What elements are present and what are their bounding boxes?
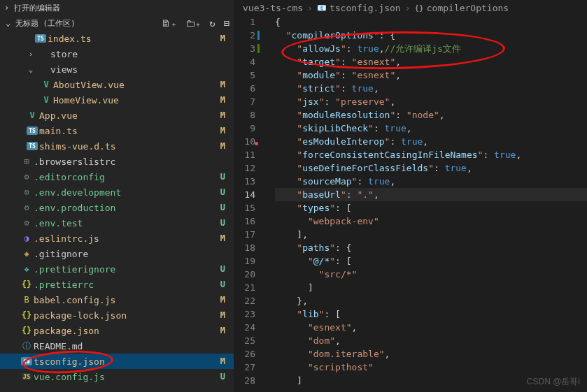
file-label: views [50, 64, 225, 75]
code-line[interactable]: "paths": { [275, 241, 587, 254]
git-status-badge: U [213, 187, 225, 197]
tree-file[interactable]: ⚙.env.developmentU [0, 184, 234, 200]
code-content[interactable]: { "compilerOptions": { "allowJs": true,/… [268, 15, 587, 392]
file-label: index.ts [48, 34, 213, 44]
chevron-right-icon: › [25, 50, 36, 59]
tree-file[interactable]: ⚙.env.testU [0, 215, 234, 231]
tree-file[interactable]: TSmain.tsM [0, 123, 234, 138]
code-line[interactable]: }, [275, 294, 587, 307]
tree-file[interactable]: ⚙.editorconfigU [0, 169, 234, 184]
git-status-badge: U [213, 280, 225, 289]
tree-file[interactable]: ◈.gitignore [0, 246, 234, 261]
code-line[interactable]: "skipLibCheck": true, [275, 122, 587, 135]
line-number: 12 [234, 161, 255, 175]
git-status-badge: U [213, 203, 225, 212]
line-number: 17 [234, 228, 255, 241]
code-line[interactable]: "jsx": "preserve", [275, 95, 587, 108]
collapse-icon[interactable]: ⊟ [224, 17, 229, 29]
git-status-badge: M [213, 141, 225, 151]
code-line[interactable]: "module": "esnext", [275, 68, 587, 82]
breadcrumb[interactable]: vue3-ts-cms › 📧 tsconfig.json › {} compi… [234, 0, 587, 15]
tree-file[interactable]: VHomeView.vueM [0, 92, 234, 108]
git-status-badge: U [213, 264, 225, 274]
file-label: babel.config.js [34, 295, 213, 305]
tree-file[interactable]: VAboutView.vueM [0, 77, 234, 92]
breadcrumb-file[interactable]: tsconfig.json [330, 3, 401, 13]
git-status-badge: M [213, 34, 225, 43]
file-label: package.json [34, 326, 213, 336]
tree-file[interactable]: {}package.jsonM [0, 323, 234, 338]
code-editor[interactable]: 1234567891011121314151617181920212223242… [234, 15, 587, 392]
breadcrumb-project[interactable]: vue3-ts-cms [243, 3, 303, 13]
git-status-badge: M [213, 310, 225, 320]
new-folder-icon[interactable]: 🗀₊ [185, 17, 201, 29]
file-label: .gitignore [34, 249, 225, 259]
tree-file[interactable]: {}.prettierrcU [0, 277, 234, 292]
code-line[interactable]: { [275, 15, 587, 29]
file-label: HomeView.vue [53, 95, 213, 106]
code-line[interactable]: "@/*": [ [275, 254, 587, 268]
code-line[interactable]: "dom", [275, 334, 587, 347]
file-label: shims-vue.d.ts [39, 141, 213, 152]
tree-file[interactable]: TSindex.tsM [0, 31, 234, 46]
tree-file[interactable]: ⚙.env.productionU [0, 200, 234, 215]
code-line[interactable]: "moduleResolution": "node", [275, 108, 587, 122]
workspace-header[interactable]: ⌄ 无标题 (工作区) 🗎₊ 🗀₊ ↻ ⊟ [0, 15, 234, 31]
new-file-icon[interactable]: 🗎₊ [161, 17, 176, 29]
code-line[interactable]: "src/*" [275, 268, 587, 281]
line-number: 18 [234, 241, 255, 254]
code-line[interactable]: "strict": true, [275, 82, 587, 95]
json-icon: {} [20, 310, 34, 320]
code-line[interactable]: "lib": [ [275, 307, 587, 321]
code-line[interactable]: "compilerOptions": { [275, 29, 587, 42]
line-number: 28 [234, 374, 255, 387]
open-editors-header[interactable]: › 打开的编辑器 [0, 0, 234, 15]
git-status-badge: U [213, 218, 225, 228]
refresh-icon[interactable]: ↻ [209, 17, 215, 29]
git-status-badge: U [213, 172, 225, 182]
line-number: 5 [234, 68, 255, 82]
tree-file[interactable]: ◑.eslintrc.jsM [0, 231, 234, 246]
code-line[interactable]: "types": [ [275, 201, 587, 215]
line-number: 13 [234, 175, 255, 188]
tree-file[interactable]: Bbabel.config.jsM [0, 292, 234, 307]
tree-folder[interactable]: ⌄views [0, 61, 234, 77]
ts-icon: TS [25, 126, 39, 135]
line-number: 10 [234, 135, 255, 148]
tree-folder[interactable]: ›store [0, 46, 234, 61]
tree-file[interactable]: 📧tsconfig.jsonM [0, 354, 234, 369]
code-line[interactable]: "baseUrl": ".", [275, 188, 587, 201]
code-line[interactable]: "allowJs": true,//允许编译js文件 [275, 42, 587, 55]
code-line[interactable]: "scripthost" [275, 361, 587, 374]
chevron-down-icon: ⌄ [6, 18, 15, 28]
tree-file[interactable]: ⓘREADME.md [0, 338, 234, 354]
breadcrumb-symbol[interactable]: compilerOptions [427, 3, 509, 13]
babel-icon: B [20, 295, 34, 305]
ts-icon: TS [34, 34, 48, 43]
code-line[interactable]: ], [275, 228, 587, 241]
code-line[interactable]: "target": "esnext", [275, 55, 587, 68]
file-label: App.vue [39, 110, 213, 121]
code-line[interactable]: "esModuleInterop": true, [275, 135, 587, 148]
code-line[interactable]: "dom.iterable", [275, 347, 587, 361]
line-number: 26 [234, 347, 255, 361]
code-line[interactable]: "useDefineForClassFields": true, [275, 161, 587, 175]
line-number: 9 [234, 122, 255, 135]
tree-file[interactable]: {}package-lock.jsonM [0, 307, 234, 323]
tree-file[interactable]: TSshims-vue.d.tsM [0, 138, 234, 154]
tree-file[interactable]: VApp.vueM [0, 108, 234, 123]
json-icon: {} [20, 326, 34, 335]
code-line[interactable]: "esnext", [275, 321, 587, 334]
code-line[interactable]: "forceConsistentCasingInFileNames": true… [275, 148, 587, 161]
code-line[interactable]: "webpack-env" [275, 215, 587, 228]
tree-file[interactable]: JSvue.config.jsU [0, 369, 234, 384]
code-line[interactable]: ] [275, 281, 587, 294]
file-label: .env.development [34, 187, 213, 198]
tree-file[interactable]: ⊞.browserslistrc [0, 154, 234, 169]
chevron-down-icon: ⌄ [25, 65, 36, 74]
tree-file[interactable]: ❖.prettierignoreU [0, 261, 234, 277]
file-label: .browserslistrc [34, 157, 225, 167]
git-status-badge: M [213, 356, 225, 366]
code-line[interactable]: "sourceMap": true, [275, 175, 587, 188]
line-number: 11 [234, 148, 255, 161]
